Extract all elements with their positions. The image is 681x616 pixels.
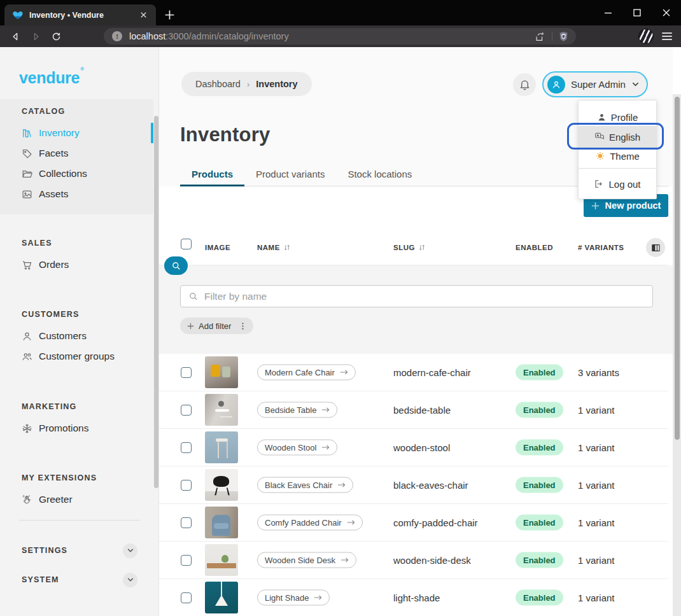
arrow-right-icon — [340, 557, 349, 564]
share-icon[interactable] — [535, 31, 545, 42]
variant-count: 1 variant — [578, 517, 615, 528]
system-heading: SYSTEM — [22, 575, 59, 584]
window-close-icon[interactable] — [652, 0, 681, 25]
arrow-right-icon — [321, 444, 330, 451]
window-scrollbar[interactable] — [673, 94, 681, 616]
site-info-icon[interactable]: ! — [112, 31, 122, 41]
product-name-button[interactable]: Black Eaves Chair — [257, 477, 353, 493]
page-title: Inventory — [180, 123, 270, 146]
column-header-name[interactable]: NAME — [257, 229, 291, 265]
add-filter-button[interactable]: Add filter — [180, 318, 253, 334]
menu-item-label: Theme — [610, 151, 640, 162]
product-name-button[interactable]: Bedside Table — [257, 402, 337, 418]
sort-icon[interactable] — [418, 244, 426, 251]
nav-section-heading: MY EXTENSIONS — [0, 473, 153, 482]
row-checkbox[interactable] — [181, 517, 192, 528]
back-icon[interactable] — [5, 27, 25, 45]
product-name-button[interactable]: Comfy Padded Chair — [257, 515, 363, 531]
sort-icon[interactable] — [283, 244, 291, 251]
breadcrumb[interactable]: Dashboard › Inventory — [181, 72, 312, 96]
window-minimize-icon[interactable] — [593, 0, 622, 25]
sidebar: vendure® CATALOG Inventory Facets Collec… — [0, 47, 159, 616]
user-menu-button[interactable]: Super Admin — [542, 71, 648, 97]
forward-icon[interactable] — [25, 27, 46, 45]
row-checkbox[interactable] — [181, 592, 192, 603]
sidebar-item-greeter[interactable]: Greeter — [0, 489, 153, 510]
row-checkbox[interactable] — [181, 555, 192, 566]
hand-icon — [22, 494, 32, 505]
tab-products[interactable]: Products — [180, 167, 244, 186]
sidebar-item-customers[interactable]: Customers — [0, 326, 153, 346]
filter-input[interactable]: Filter by name — [180, 285, 653, 307]
menu-item-logout[interactable]: Log out — [579, 175, 656, 193]
row-checkbox[interactable] — [181, 442, 192, 453]
chevron-down-icon[interactable] — [123, 573, 137, 587]
browser-profile-avatar[interactable] — [638, 29, 654, 44]
menu-item-theme[interactable]: Theme — [579, 147, 656, 165]
browser-menu-icon[interactable] — [662, 32, 672, 41]
product-thumbnail — [205, 394, 238, 426]
row-checkbox[interactable] — [181, 405, 192, 416]
tab-close-icon[interactable] — [139, 10, 148, 20]
row-checkbox[interactable] — [181, 367, 192, 378]
sidebar-item-label: Customers — [39, 330, 87, 342]
sidebar-section-settings[interactable]: SETTINGS — [22, 543, 137, 558]
sidebar-item-label: Promotions — [39, 423, 88, 434]
search-toggle-button[interactable] — [164, 256, 188, 275]
nav-section-heading: SALES — [0, 239, 153, 248]
cart-icon — [22, 260, 32, 270]
product-name-button[interactable]: Wooden Side Desk — [257, 552, 356, 568]
url-bar[interactable]: ! localhost:3000/admin/catalog/inventory — [104, 28, 576, 45]
product-name-button[interactable]: Modern Cafe Chair — [257, 365, 356, 381]
tab-product-variants[interactable]: Product variants — [244, 167, 336, 186]
select-all-checkbox[interactable] — [181, 239, 192, 249]
product-name-label: Wooden Stool — [265, 443, 316, 452]
new-tab-icon[interactable] — [164, 10, 175, 20]
browser-tab[interactable]: Inventory • Vendure — [4, 4, 156, 25]
product-name-button[interactable]: Light Shade — [257, 590, 330, 606]
row-checkbox[interactable] — [181, 480, 192, 491]
sidebar-item-facets[interactable]: Facets — [0, 143, 153, 164]
table-row: Comfy Padded Chair comfy-padded-chair En… — [159, 504, 668, 542]
sidebar-item-label: Inventory — [39, 127, 80, 139]
sidebar-section-system[interactable]: SYSTEM — [22, 572, 137, 587]
menu-item-profile[interactable]: Profile — [579, 108, 656, 126]
product-name-label: Wooden Side Desk — [265, 556, 335, 565]
product-name-button[interactable]: Wooden Stool — [257, 440, 337, 456]
sidebar-item-label: Assets — [39, 188, 69, 200]
kebab-menu-icon[interactable] — [235, 319, 249, 333]
notifications-button[interactable] — [513, 73, 536, 96]
table-row: Black Eaves Chair black-eaves-chair Enab… — [159, 466, 668, 504]
column-header-variants: # VARIANTS — [578, 229, 624, 265]
tab-stock-locations[interactable]: Stock locations — [336, 167, 423, 186]
sidebar-item-inventory[interactable]: Inventory — [0, 123, 153, 143]
scrollbar-thumb[interactable] — [675, 97, 680, 440]
sidebar-item-assets[interactable]: Assets — [0, 184, 153, 204]
brave-shield-icon[interactable] — [559, 31, 568, 42]
chevron-down-icon[interactable] — [123, 543, 137, 558]
nav-group-my-extensions: MY EXTENSIONS Greeter — [0, 473, 153, 510]
column-settings-button[interactable] — [646, 238, 665, 257]
sidebar-item-customer-groups[interactable]: Customer groups — [0, 346, 153, 367]
status-badge: Enabled — [516, 477, 563, 493]
status-badge: Enabled — [516, 365, 563, 381]
sidebar-item-orders[interactable]: Orders — [0, 255, 153, 275]
reload-icon[interactable] — [46, 27, 66, 45]
window-maximize-icon[interactable] — [622, 0, 652, 25]
users-icon — [22, 351, 32, 362]
column-header-slug[interactable]: SLUG — [393, 229, 426, 265]
column-header-enabled: ENABLED — [516, 229, 553, 265]
nav-group-catalog: CATALOG Inventory Facets Collections Ass… — [0, 99, 153, 214]
app-window: vendure® CATALOG Inventory Facets Collec… — [0, 47, 681, 616]
breadcrumb-dashboard[interactable]: Dashboard — [195, 79, 241, 89]
sidebar-item-label: Collections — [39, 168, 87, 179]
sidebar-item-promotions[interactable]: Promotions — [0, 418, 153, 438]
menu-item-language[interactable]: English — [579, 126, 656, 148]
settings-heading: SETTINGS — [22, 546, 67, 555]
window-controls — [593, 0, 681, 25]
breadcrumb-current[interactable]: Inventory — [256, 79, 297, 89]
sidebar-scrollbar[interactable] — [154, 116, 158, 488]
sidebar-item-collections[interactable]: Collections — [0, 164, 153, 184]
arrow-right-icon — [347, 519, 355, 526]
table-row: Light Shade light-shade Enabled 1 varian… — [159, 579, 668, 616]
